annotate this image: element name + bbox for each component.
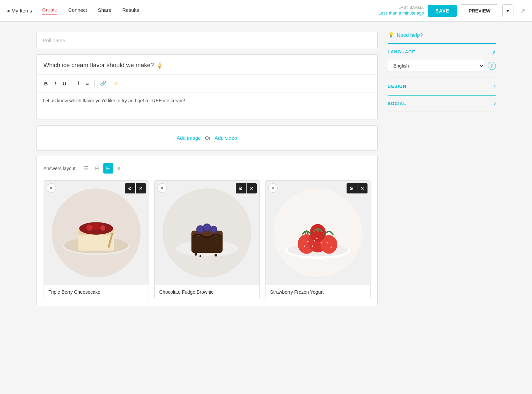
answer-circle-2 [162, 188, 252, 278]
design-section-header[interactable]: DESIGN › [388, 83, 496, 89]
design-section-title: DESIGN [388, 84, 407, 89]
nav-create[interactable]: Create [42, 7, 57, 15]
answer-item-3: ✕ ⚙ ✕ [265, 180, 371, 299]
svg-point-32 [304, 246, 305, 247]
italic-button[interactable]: I [52, 79, 58, 88]
answers-grid: ✕ ⚙ ✕ [44, 180, 371, 299]
bullet-list-button[interactable]: ⁞ [75, 79, 82, 88]
answer-item-1: ✕ ⚙ ✕ [44, 180, 149, 299]
need-help-text: Need help? [397, 32, 423, 38]
need-help-link[interactable]: 💡 Need help? [388, 32, 496, 38]
close-answer-3-button[interactable]: ✕ [268, 183, 278, 193]
settings-bar-3: ⚙ ✕ [347, 183, 368, 193]
description-area[interactable]: Let us know which flavor you'd like to t… [37, 93, 377, 120]
dropdown-button[interactable]: ▾ [502, 4, 513, 17]
layout-list-button[interactable]: ☰ [81, 163, 91, 174]
settings-gear-1-button[interactable]: ⚙ [125, 183, 135, 193]
add-image-link[interactable]: Add image [177, 135, 201, 141]
add-video-link[interactable]: Add video [214, 135, 237, 141]
answer-image-container-3: ✕ ⚙ ✕ [265, 181, 370, 285]
svg-point-34 [321, 242, 322, 243]
layout-grid2-button[interactable]: ⊞ [92, 163, 102, 174]
svg-point-35 [313, 240, 315, 242]
settings-bar-2: ⚙ ✕ [236, 183, 257, 193]
language-section-title: LANGUAGE [388, 49, 415, 54]
language-section-header[interactable]: LANGUAGE ∨ [388, 49, 496, 55]
answer-circle-3 [273, 188, 362, 278]
toolbar-separator-1 [72, 80, 72, 87]
svg-point-37 [330, 246, 332, 248]
unlink-button[interactable]: ⚡ [110, 79, 122, 88]
settings-gear-3-button[interactable]: ⚙ [347, 183, 357, 193]
social-section-title: SOCIAL [388, 101, 406, 106]
save-button[interactable]: SAVE [428, 5, 457, 17]
design-chevron-icon: › [494, 83, 496, 89]
svg-point-33 [316, 238, 318, 239]
left-panel: Which ice cream flavor should we make? 🍦… [36, 32, 378, 306]
bold-button[interactable]: B [42, 79, 51, 88]
social-section-header[interactable]: SOCIAL › [388, 100, 496, 106]
answer-label-3[interactable]: Strawberry Frozen Yogurt [265, 285, 370, 299]
poll-name-input[interactable] [36, 32, 378, 49]
preview-button[interactable]: PREVIEW [461, 4, 498, 17]
nav-results[interactable]: Results [122, 7, 139, 14]
right-panel: 💡 Need help? LANGUAGE ∨ English Spanish … [388, 32, 496, 306]
answers-layout-label: Answers layout: [44, 166, 77, 171]
answers-layout-row: Answers layout: ☰ ⊞ ⊟ ≡ [44, 163, 371, 174]
nav-connect[interactable]: Connect [68, 7, 87, 14]
svg-point-31 [312, 246, 313, 247]
svg-point-20 [195, 253, 197, 256]
question-card: Which ice cream flavor should we make? 🍦… [36, 54, 378, 120]
settings-bar-1: ⚙ ✕ [125, 183, 146, 193]
back-link-label: My Items [11, 8, 32, 14]
question-text: Which ice cream flavor should we make? 🍦 [37, 55, 377, 75]
header-left: ◂ My Items Create Connect Share Results [7, 7, 139, 15]
svg-point-7 [93, 223, 100, 230]
food-svg-3 [273, 188, 362, 278]
nav-share[interactable]: Share [98, 7, 111, 14]
svg-point-30 [307, 241, 309, 242]
svg-point-8 [100, 226, 105, 231]
language-select-row: English Spanish French German Italian ? [388, 60, 496, 72]
design-section: DESIGN › [388, 78, 496, 94]
link-button[interactable]: 🔗 [97, 79, 109, 88]
media-section: Add image Or Add video [36, 125, 378, 151]
language-chevron-icon: ∨ [492, 49, 496, 55]
answer-circle-1 [52, 188, 141, 278]
question-mark-icon: ? [490, 63, 493, 69]
social-chevron-icon: › [494, 100, 496, 106]
layout-detail-button[interactable]: ≡ [115, 163, 123, 174]
settings-close-1-button[interactable]: ✕ [136, 183, 146, 193]
language-select[interactable]: English Spanish French German Italian [388, 60, 484, 72]
back-link[interactable]: ◂ My Items [7, 7, 32, 14]
layout-icons: ☰ ⊞ ⊟ ≡ [81, 163, 123, 174]
answer-label-2[interactable]: Chocolate Fudge Brownie [155, 285, 259, 299]
or-text: Or [205, 135, 211, 141]
food-svg-1 [52, 188, 141, 278]
underline-button[interactable]: U [60, 79, 69, 88]
settings-close-2-button[interactable]: ✕ [247, 183, 257, 193]
svg-point-19 [211, 227, 216, 232]
svg-point-21 [199, 255, 201, 257]
ordered-list-button[interactable]: ≡ [83, 79, 92, 88]
answer-image-container-2: ✕ ⚙ ✕ [155, 181, 259, 285]
language-help-button[interactable]: ? [488, 62, 496, 70]
svg-point-36 [327, 242, 328, 243]
editor-toolbar: B I U ⁞ ≡ 🔗 ⚡ [37, 75, 377, 93]
svg-point-15 [197, 226, 203, 232]
close-answer-1-button[interactable]: ✕ [47, 183, 56, 193]
svg-point-17 [204, 225, 210, 231]
layout-grid4-button[interactable]: ⊟ [103, 163, 113, 174]
language-section: LANGUAGE ∨ English Spanish French German… [388, 43, 496, 77]
answers-section: Answers layout: ☰ ⊞ ⊟ ≡ ✕ [36, 156, 378, 306]
food-svg-2 [162, 188, 252, 278]
settings-gear-2-button[interactable]: ⚙ [236, 183, 246, 193]
header: ◂ My Items Create Connect Share Results … [0, 0, 532, 22]
close-answer-2-button[interactable]: ✕ [157, 183, 167, 193]
header-right: LAST SAVED: Less than a minute ago SAVE … [378, 4, 525, 17]
settings-close-3-button[interactable]: ✕ [357, 183, 368, 193]
nav-bar: Create Connect Share Results [42, 7, 139, 15]
last-saved-info: LAST SAVED: Less than a minute ago [378, 5, 424, 17]
toolbar-separator-2 [94, 80, 95, 87]
answer-label-1[interactable]: Triple Berry Cheesecake [44, 285, 149, 299]
